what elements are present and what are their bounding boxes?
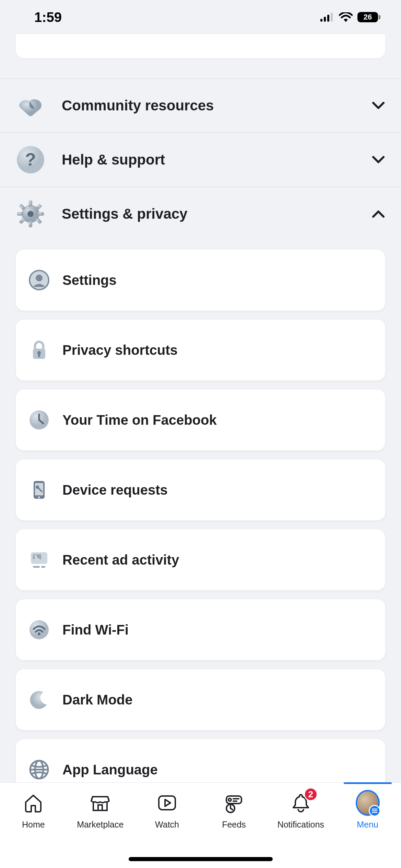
ad-activity-icon <box>28 549 50 571</box>
svg-rect-1 <box>324 17 326 22</box>
feeds-icon <box>222 791 246 815</box>
settings-privacy-items: Settings Privacy shortcuts Your Time on … <box>0 241 401 800</box>
notifications-badge: 2 <box>304 787 318 801</box>
menu-accordion: Community resources ? Help & support Set… <box>0 78 401 241</box>
tab-feeds-label: Feeds <box>222 820 246 830</box>
tab-notifications-label: Notifications <box>278 820 324 830</box>
wifi-circle-icon <box>28 619 50 641</box>
svg-point-40 <box>228 798 231 801</box>
settings-label: Settings <box>62 273 117 288</box>
gear-icon <box>16 199 45 229</box>
clock-icon <box>28 409 50 431</box>
community-resources-label: Community resources <box>62 97 355 114</box>
svg-rect-38 <box>159 796 175 810</box>
marketplace-icon <box>88 791 112 815</box>
settings-item[interactable]: Settings <box>16 250 385 311</box>
svg-rect-8 <box>29 221 32 227</box>
community-resources-row[interactable]: Community resources <box>0 79 401 132</box>
cellular-signal-icon <box>320 13 334 22</box>
svg-rect-2 <box>327 15 329 22</box>
dark-mode-label: Dark Mode <box>62 692 133 708</box>
battery-level: 26 <box>357 12 378 22</box>
tab-marketplace[interactable]: Marketplace <box>68 791 133 830</box>
menu-avatar-icon <box>356 791 380 815</box>
svg-rect-37 <box>98 805 102 810</box>
dark-mode-item[interactable]: Dark Mode <box>16 669 385 730</box>
tab-marketplace-label: Marketplace <box>77 820 123 830</box>
wifi-icon <box>339 12 353 22</box>
svg-rect-31 <box>41 566 45 568</box>
svg-rect-7 <box>29 201 32 207</box>
your-time-label: Your Time on Facebook <box>62 412 217 428</box>
battery-indicator: 26 <box>357 12 380 22</box>
svg-rect-21 <box>38 354 40 357</box>
status-indicators: 26 <box>320 12 380 22</box>
bottom-tab-bar: Home Marketplace Watch Feeds 2 Notificat… <box>0 782 401 868</box>
tab-home-label: Home <box>22 820 45 830</box>
svg-point-25 <box>38 496 40 498</box>
device-requests-item[interactable]: Device requests <box>16 459 385 520</box>
svg-rect-30 <box>33 566 40 568</box>
privacy-shortcuts-label: Privacy shortcuts <box>62 342 178 358</box>
tab-home[interactable]: Home <box>1 791 66 830</box>
settings-privacy-row[interactable]: Settings & privacy <box>0 187 401 241</box>
moon-icon <box>28 689 50 711</box>
help-support-row[interactable]: ? Help & support <box>0 133 401 186</box>
device-requests-label: Device requests <box>62 482 168 498</box>
lock-icon <box>28 339 50 361</box>
watch-icon <box>155 791 179 815</box>
chevron-down-icon <box>371 99 385 112</box>
home-indicator <box>129 857 273 861</box>
status-time: 1:59 <box>34 10 62 25</box>
avatar <box>356 790 380 816</box>
handshake-icon <box>16 91 45 120</box>
svg-text:?: ? <box>25 149 36 169</box>
svg-point-33 <box>38 632 40 635</box>
hamburger-badge-icon <box>369 805 380 817</box>
recent-ad-activity-label: Recent ad activity <box>62 552 179 568</box>
svg-point-15 <box>27 211 34 217</box>
status-bar: 1:59 26 <box>0 0 401 34</box>
tab-menu-label: Menu <box>357 820 378 830</box>
svg-rect-9 <box>17 212 23 216</box>
svg-point-18 <box>36 275 43 281</box>
chevron-down-icon <box>371 153 385 167</box>
chevron-up-icon <box>371 207 385 221</box>
question-icon: ? <box>16 145 45 174</box>
svg-rect-0 <box>320 19 322 22</box>
tab-watch[interactable]: Watch <box>134 791 200 830</box>
tab-watch-label: Watch <box>155 820 179 830</box>
truncated-card <box>16 34 385 58</box>
find-wifi-item[interactable]: Find Wi-Fi <box>16 599 385 660</box>
recent-ad-activity-item[interactable]: Recent ad activity <box>16 529 385 590</box>
tab-feeds[interactable]: Feeds <box>201 791 267 830</box>
person-circle-icon <box>28 269 50 291</box>
phone-key-icon <box>28 479 50 501</box>
active-tab-indicator <box>344 782 392 784</box>
svg-rect-10 <box>38 212 44 216</box>
find-wifi-label: Find Wi-Fi <box>62 622 129 638</box>
app-language-label: App Language <box>62 762 158 777</box>
tab-menu[interactable]: Menu <box>335 791 400 830</box>
home-icon <box>21 791 45 815</box>
globe-icon <box>28 759 50 781</box>
help-support-label: Help & support <box>62 152 355 168</box>
svg-rect-3 <box>331 13 333 22</box>
bell-icon: 2 <box>289 791 313 815</box>
settings-privacy-label: Settings & privacy <box>62 206 355 222</box>
your-time-item[interactable]: Your Time on Facebook <box>16 389 385 450</box>
tab-notifications[interactable]: 2 Notifications <box>268 791 333 830</box>
privacy-shortcuts-item[interactable]: Privacy shortcuts <box>16 320 385 381</box>
